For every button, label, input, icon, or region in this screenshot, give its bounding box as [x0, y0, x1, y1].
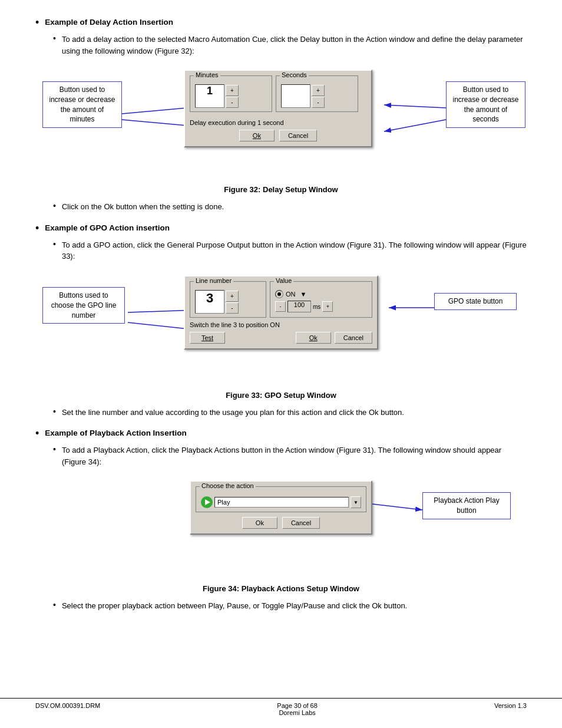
delay-right-callout-box: Button used to increase or decrease the … — [446, 81, 525, 128]
page-footer: DSV.OM.000391.DRM Page 30 of 68 Doremi L… — [0, 698, 562, 716]
delay-right-arrow-top — [384, 105, 446, 108]
playback-section: • Example of Playback Action Insertion •… — [35, 429, 527, 612]
gpo-section: • Example of GPO Action insertion • To a… — [35, 223, 527, 419]
gpo-main-bullet: • Example of GPO Action insertion — [35, 223, 527, 235]
play-label: Play — [217, 499, 346, 506]
bullet-dot-gpo-after: • — [53, 407, 56, 416]
gpo-line-plus-btn[interactable]: + — [226, 290, 239, 301]
gpo-ok-button[interactable]: Ok — [296, 332, 331, 344]
play-icon — [201, 496, 213, 508]
gpo-left-callout: Buttons used to choose the GPO line numb… — [42, 287, 128, 352]
playback-figure-container: Choose the action Play ▼ — [35, 475, 527, 581]
playback-figure-svg: Choose the action Play ▼ — [37, 475, 525, 581]
playback-main-bullet: • Example of Playback Action Insertion — [35, 429, 527, 440]
delay-info-text: Delay execution during 1 second — [190, 119, 366, 126]
delay-main-bullet: • Example of Delay Action Insertion — [35, 18, 527, 29]
gpo-left-callout-box: Buttons used to choose the GPO line numb… — [42, 287, 125, 324]
gpo-figure-container: Buttons used to choose the GPO line numb… — [35, 269, 527, 387]
gpo-ms-plus-btn[interactable]: + — [322, 301, 333, 312]
gpo-figure-caption: Figure 33: GPO Setup Window — [35, 391, 527, 400]
minutes-minus-btn[interactable]: - — [226, 97, 239, 108]
seconds-plus-btn[interactable]: + — [312, 85, 325, 96]
playback-arrow — [372, 504, 422, 510]
delay-figure-container: Button used to increase or decrease the … — [35, 64, 527, 182]
playback-figure-caption: Figure 34: Playback Actions Setup Window — [35, 584, 527, 593]
gpo-test-button[interactable]: Test — [190, 332, 225, 344]
bullet-dot-playback-after: • — [53, 600, 56, 610]
bullet-dot-gpo-sub: • — [53, 239, 56, 249]
gpo-dialog-fo: Line number 3 + - — [184, 275, 384, 381]
delay-after-text: Click on the Ok button when the setting … — [62, 201, 224, 213]
gpo-right-callout-box: GPO state button — [434, 293, 517, 310]
bullet-dot-delay: • — [35, 17, 39, 29]
delay-ok-button[interactable]: Ok — [239, 130, 275, 141]
seconds-minus-btn[interactable]: - — [312, 97, 325, 108]
playback-sub-text: To add a Playback Action, click the Play… — [62, 444, 527, 467]
delay-dialog-fo: Minutes 1 + - — [184, 70, 378, 173]
gpo-ms-label: ms — [313, 303, 320, 309]
gpo-dropdown-arrow[interactable]: ▼ — [300, 291, 307, 298]
bullet-dot-playback: • — [35, 427, 39, 440]
delay-sub-bullet: • To add a delay action to the selected … — [53, 34, 527, 57]
playback-ok-button[interactable]: Ok — [242, 517, 277, 529]
footer-right: Version 1.3 — [494, 702, 527, 716]
footer-company: Doremi Labs — [277, 709, 318, 716]
bullet-dot-delay-sub: • — [53, 34, 56, 43]
delay-after-sub: • Click on the Ok button when the settin… — [53, 201, 527, 213]
gpo-after-text: Set the line number and value according … — [62, 407, 404, 419]
bullet-dot-delay-after: • — [53, 201, 56, 210]
delay-left-callout: Button used to increase or decrease the … — [42, 81, 122, 152]
gpo-on-radio[interactable] — [275, 290, 283, 298]
playback-sub-bullet: • To add a Playback Action, click the Pl… — [53, 444, 527, 467]
delay-figure-caption: Figure 32: Delay Setup Window — [35, 185, 527, 194]
gpo-on-label: ON — [286, 291, 296, 298]
play-select[interactable]: Play — [214, 497, 349, 508]
gpo-ms-input[interactable]: 100 — [287, 301, 311, 312]
playback-callout-box: Playback Action Play button — [422, 492, 511, 519]
delay-right-callout: Button used to increase or decrease the … — [446, 81, 525, 146]
delay-sub-text: To add a delay action to the selected Ma… — [62, 34, 527, 57]
gpo-sub-text: To add a GPO action, click the General P… — [62, 239, 527, 262]
playback-dialog-fo: Choose the action Play ▼ — [190, 480, 378, 569]
gpo-right-callout: GPO state button — [434, 293, 520, 325]
bullet-dot-playback-sub: • — [53, 444, 56, 454]
delay-figure-svg: Button used to increase or decrease the … — [37, 64, 525, 182]
bullet-dot-gpo: • — [35, 222, 39, 235]
delay-left-callout-box: Button used to increase or decrease the … — [42, 81, 122, 128]
gpo-line-minus-btn[interactable]: - — [226, 302, 239, 313]
delay-main-text: Example of Delay Action Insertion — [45, 18, 173, 27]
gpo-figure-svg: Buttons used to choose the GPO line numb… — [37, 269, 525, 387]
gpo-info-text: Switch the line 3 to position ON — [190, 321, 372, 328]
gpo-after-sub: • Set the line number and value accordin… — [53, 407, 527, 419]
playback-after-text: Select the proper playback action betwee… — [62, 600, 407, 612]
footer-page: Page 30 of 68 — [277, 702, 318, 709]
delay-cancel-button[interactable]: Cancel — [279, 130, 317, 141]
playback-cancel-button[interactable]: Cancel — [282, 517, 320, 529]
playback-right-callout: Playback Action Play button — [422, 492, 514, 536]
play-dropdown-btn[interactable]: ▼ — [351, 496, 361, 508]
gpo-main-text: Example of GPO Action insertion — [45, 223, 170, 232]
gpo-ms-minus-btn[interactable]: - — [275, 301, 286, 312]
minutes-plus-btn[interactable]: + — [226, 85, 239, 96]
gpo-sub-bullet: • To add a GPO action, click the General… — [53, 239, 527, 262]
playback-main-text: Example of Playback Action Insertion — [45, 429, 186, 437]
delay-section: • Example of Delay Action Insertion • To… — [35, 18, 527, 213]
footer-left: DSV.OM.000391.DRM — [35, 702, 100, 716]
gpo-cancel-button[interactable]: Cancel — [335, 332, 372, 344]
delay-right-arrow-bottom — [384, 120, 446, 131]
playback-after-sub: • Select the proper playback action betw… — [53, 600, 527, 612]
footer-center: Page 30 of 68 Doremi Labs — [277, 702, 318, 716]
